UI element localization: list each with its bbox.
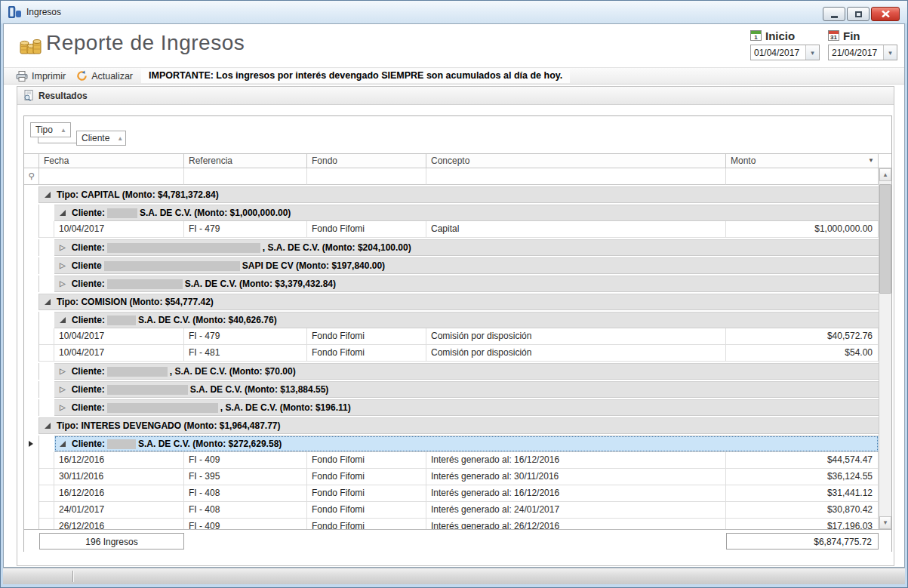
sort-asc-icon: ▲	[60, 127, 66, 134]
cell-fondo: Fondo Fifomi	[307, 485, 426, 502]
group-label-suffix: SAPI DE CV (Monto: $197,840.00)	[242, 260, 385, 271]
column-header-concepto[interactable]: Concepto	[426, 154, 726, 168]
row-indicator	[24, 186, 39, 203]
scroll-down-button[interactable]: ▾	[879, 516, 891, 529]
filter-dropdown-icon[interactable]: ▼	[868, 157, 874, 168]
group-row-label: Cliente:S.A. DE C.V. (Monto: $1,000,000.…	[72, 208, 291, 218]
date-from-picker[interactable]: 01/04/2017 ▾	[750, 45, 820, 60]
group-row-bar: ▷Cliente:, S.A. DE C.V. (Monto: $204,100…	[54, 239, 879, 256]
grid-data-row[interactable]: 10/04/2017FI - 479Fondo FifomiComisión p…	[24, 328, 879, 345]
column-header-monto[interactable]: Monto ▼	[726, 154, 879, 168]
expand-icon[interactable]: ▷	[60, 280, 66, 288]
filter-cell-concepto[interactable]	[426, 168, 726, 185]
group-label-suffix: S.A. DE C.V. (Monto: $3,379,432.84)	[185, 279, 336, 289]
group-row-bar: Tipo: CAPITAL (Monto: $4,781,372.84)	[39, 186, 879, 203]
expand-icon[interactable]: ▷	[60, 244, 66, 251]
page-header: Reporte de Ingresos 1 Inicio 01/04/2017 …	[4, 24, 904, 66]
group-connector	[38, 137, 76, 143]
grid-data-row[interactable]: 16/12/2016FI - 408Fondo FifomiInterés ge…	[24, 485, 879, 502]
grid-group-row[interactable]: ▷Cliente:, S.A. DE C.V. (Monto: $70.00)	[24, 363, 879, 380]
expand-icon[interactable]: ▷	[60, 368, 66, 375]
grid-group-row[interactable]: Tipo: CAPITAL (Monto: $4,781,372.84)	[24, 186, 879, 203]
chevron-down-icon[interactable]: ▾	[805, 45, 819, 60]
collapse-icon[interactable]	[60, 317, 66, 323]
grid-group-row[interactable]: ▷ClienteSAPI DE CV (Monto: $197,840.00)	[24, 257, 879, 274]
chevron-down-icon[interactable]: ▾	[883, 45, 897, 60]
group-indent	[39, 312, 54, 328]
grid-data-row[interactable]: 10/04/2017FI - 481Fondo FifomiComisión p…	[24, 345, 879, 362]
filter-cell-referencia[interactable]	[184, 168, 307, 185]
row-indicator	[24, 502, 39, 519]
column-header-fondo[interactable]: Fondo	[307, 154, 426, 168]
cell-fondo: Fondo Fifomi	[307, 452, 426, 469]
vertical-scrollbar[interactable]: ▴ ▾	[879, 168, 891, 529]
collapse-icon[interactable]	[45, 192, 51, 198]
group-by-panel: Tipo ▲ Cliente ▲	[24, 116, 891, 153]
footer-count: 196 Ingresos	[39, 533, 184, 550]
grid-group-row[interactable]: ▷Cliente:S.A. DE C.V. (Monto: $3,379,432…	[24, 276, 879, 292]
header-indicator-cell	[24, 154, 39, 168]
grid-data-row[interactable]: 30/11/2016FI - 395Fondo FifomiInterés ge…	[24, 469, 879, 485]
expand-icon[interactable]: ▷	[60, 262, 66, 269]
grid-group-row[interactable]: ▷Cliente:, S.A. DE C.V. (Monto: $196.11)	[24, 399, 879, 416]
maximize-button[interactable]	[847, 7, 870, 21]
grid-data-row[interactable]: 26/12/2016FI - 409Fondo FifomiInterés ge…	[24, 519, 879, 529]
grid-group-row[interactable]: Cliente:S.A. DE C.V. (Monto: $40,626.76)	[24, 312, 879, 328]
grid-data-row[interactable]: 24/01/2017FI - 408Fondo FifomiInterés ge…	[24, 502, 879, 519]
filter-cell-monto[interactable]	[726, 168, 879, 185]
collapse-icon[interactable]	[60, 210, 66, 216]
redacted-client-name	[107, 403, 218, 413]
collapse-icon[interactable]	[60, 441, 66, 447]
row-indicator	[24, 239, 39, 256]
filter-cell-fondo[interactable]	[307, 168, 426, 185]
cell-fondo: Fondo Fifomi	[307, 502, 426, 519]
group-by-tipo[interactable]: Tipo ▲	[30, 122, 71, 137]
grid-group-row[interactable]: Cliente:S.A. DE C.V. (Monto: $272,629.58…	[24, 436, 879, 452]
page-title: Reporte de Ingresos	[46, 31, 245, 55]
auto-filter-row: ⚲	[24, 168, 891, 185]
print-button[interactable]: Imprimir	[11, 68, 71, 84]
expand-icon[interactable]: ▷	[60, 404, 66, 411]
app-icon	[8, 6, 22, 18]
row-indicator	[24, 312, 39, 328]
calendar-end-icon: 31	[828, 30, 839, 41]
cell-fecha: 26/12/2016	[54, 519, 184, 529]
column-header-referencia[interactable]: Referencia	[184, 154, 307, 168]
scroll-up-button[interactable]: ▴	[879, 168, 891, 181]
grid-group-row[interactable]: ▷Cliente:, S.A. DE C.V. (Monto: $204,100…	[24, 239, 879, 256]
scrollbar-thumb[interactable]	[879, 184, 891, 294]
cell-fecha: 16/12/2016	[54, 485, 184, 502]
collapse-icon[interactable]	[45, 423, 51, 429]
cell-referencia: FI - 409	[184, 519, 307, 529]
group-label-suffix: S.A. DE C.V. (Monto: $1,000,000.00)	[140, 208, 291, 218]
results-title: Resultados	[38, 91, 88, 101]
cell-monto: $17,196.03	[726, 519, 879, 529]
grid-data-row[interactable]: 10/04/2017FI - 479Fondo FifomiCapital$1,…	[24, 221, 879, 238]
group-by-cliente[interactable]: Cliente ▲	[76, 131, 126, 146]
date-to-picker[interactable]: 21/04/2017 ▾	[828, 45, 897, 60]
grid-group-row[interactable]: Tipo: INTERES DEVENGADO (Monto: $1,964,4…	[24, 417, 879, 434]
app-window: Ingresos	[0, 0, 908, 588]
focused-row-arrow-icon	[29, 441, 33, 447]
filter-row-pin-icon: ⚲	[24, 168, 39, 185]
cell-concepto: Comisión por disposición	[426, 328, 726, 345]
cell-monto: $1,000,000.00	[726, 221, 879, 238]
refresh-button[interactable]: Actualizar	[71, 68, 138, 84]
grid-group-row[interactable]: Tipo: COMISION (Monto: $54,777.42)	[24, 294, 879, 310]
window-controls	[823, 7, 900, 21]
coins-icon	[18, 32, 42, 57]
row-indicator	[24, 205, 39, 221]
refresh-label: Actualizar	[91, 71, 133, 82]
grid-data-row[interactable]: 16/12/2016FI - 409Fondo FifomiInterés ge…	[24, 452, 879, 469]
column-header-fecha[interactable]: Fecha	[39, 154, 184, 168]
grid-group-row[interactable]: ▷Cliente:S.A. DE C.V. (Monto: $13,884.55…	[24, 381, 879, 398]
close-button[interactable]	[871, 7, 900, 21]
group-indent	[39, 205, 54, 221]
group-indent	[39, 257, 54, 274]
row-indicator	[24, 417, 39, 434]
minimize-button[interactable]	[823, 7, 845, 21]
filter-cell-fecha[interactable]	[39, 168, 184, 185]
collapse-icon[interactable]	[45, 299, 51, 305]
grid-group-row[interactable]: Cliente:S.A. DE C.V. (Monto: $1,000,000.…	[24, 205, 879, 221]
expand-icon[interactable]: ▷	[60, 386, 66, 393]
